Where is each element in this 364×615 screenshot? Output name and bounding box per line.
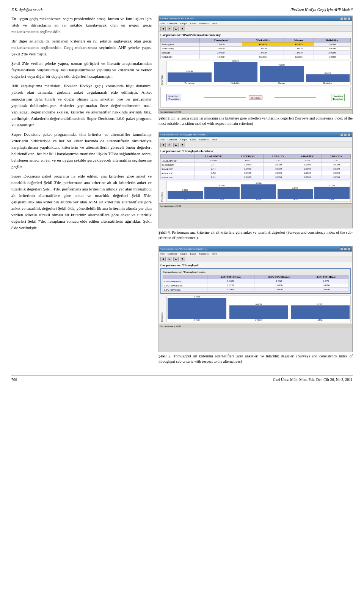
menu-compare-3[interactable]: Compare: [168, 252, 177, 255]
cell-val: 1.0000: [314, 55, 350, 59]
menu-file-3[interactable]: File: [160, 252, 165, 255]
table-row: Throughput 1.0000 0.3333 0.3333 1.0000: [161, 42, 351, 47]
row-label: 4.BAKIEV: [161, 171, 195, 175]
node-right: IPv4/IPv6Tunneling: [331, 94, 345, 101]
col-h-3-1: 1.IPv4/IPv6Trans: [207, 275, 254, 279]
menu-excel[interactable]: Excel: [190, 22, 196, 25]
toolbar-btn-3-4[interactable]: ▼: [180, 257, 185, 261]
table-row: 3.NAKLİV. 2.41 1.0000 1.0000 1.0000 1.00…: [161, 167, 351, 171]
figure-3-caption-bold: Şekil 3.: [158, 116, 170, 120]
bar-chart-1: 0.0630 Throughput 0.3020 Workability: [166, 61, 351, 85]
toolbar-btn-2-2[interactable]: ►: [167, 143, 172, 147]
screenshot-2-statusbar: Inconsistency: 0.01: [159, 203, 352, 208]
menu-graph[interactable]: Graph: [180, 22, 187, 25]
toolbar-btn-3-2[interactable]: ►: [167, 257, 172, 261]
bar-2: [214, 62, 258, 82]
chart-area-2: Priorities 0.1462 1.S.AL 0.120: [160, 181, 351, 202]
screenshot-1-body: Comparisons wrt 'IPv4IPv6translation-tun…: [159, 32, 352, 109]
bar-label-3-1: 1.Trans: [194, 319, 200, 321]
col-h-3-2: 2.IPv4/IPv6Tunnel: [254, 275, 304, 279]
toolbar-btn-1[interactable]: ◄: [160, 27, 166, 31]
toolbar-btn-3[interactable]: ▲: [173, 27, 179, 31]
cell-v: 1.0000: [263, 163, 293, 167]
right-column: Cluster conversion for 'Ger.met.' ... _ …: [158, 16, 353, 370]
menu-statistics-2[interactable]: Statistics: [199, 138, 209, 141]
bar-group-2-3: 0.1886 3.NAK: [241, 182, 276, 201]
minimize-btn-3[interactable]: _: [340, 247, 343, 250]
toolbar-btn-3-3[interactable]: ▲: [173, 257, 179, 261]
toolbar-btn-4[interactable]: ▼: [180, 27, 185, 31]
toolbar-btn-2-3[interactable]: ▲: [173, 143, 179, 147]
cell-v: 1.0000: [232, 163, 263, 167]
node-left: IPv4/IPv6Translation: [166, 94, 181, 101]
bar-2-2: [204, 187, 240, 199]
header-left: E.K. Aydoğan ve ark.: [11, 8, 44, 12]
maximize-btn-3[interactable]: □: [344, 247, 347, 250]
figure-5-caption: Şekil 5. Throughput alt kriterinin alter…: [158, 354, 353, 364]
comparison-label-3: Comparisons wrt 'Throughput': [160, 264, 351, 267]
menu-help-2[interactable]: Help: [212, 138, 217, 141]
row-label: 2.I.BER|QN: [161, 163, 195, 167]
figure-4-caption: Şekil 4. Performans ana kriterine ait al…: [158, 230, 353, 241]
menu-excel-3[interactable]: Excel: [190, 252, 196, 255]
screenshot-1: Cluster conversion for 'Ger.met.' ... _ …: [158, 16, 353, 114]
statusbar-text-3: Inconsistency: 0.00: [160, 325, 181, 328]
bar-group-2-4: 0.1010 4.BAK: [278, 187, 313, 201]
menu-statistics[interactable]: Statistics: [199, 22, 209, 25]
menu-file-2[interactable]: File: [160, 138, 165, 141]
window-buttons: _ □ ×: [340, 17, 351, 20]
footer-journal: Gazi Üniv. Müh. Mim. Fak. Der. Cilt 26, …: [273, 377, 353, 382]
menu-file[interactable]: File: [160, 22, 165, 25]
bar-2-4: [278, 189, 313, 199]
col-h-blank-3: [163, 275, 207, 279]
menu-statistics-3[interactable]: Statistics: [199, 252, 209, 255]
toolbar-btn-2-4[interactable]: ▼: [180, 143, 185, 147]
row-label: 3.NAKLİV.: [161, 167, 195, 171]
cell-3: 1.0000: [304, 288, 348, 292]
page-header: E.K. Aydoğan ve ark. IPv4'den IPv6'ya Ge…: [11, 8, 353, 12]
menu-graph-3[interactable]: Graph: [180, 252, 187, 255]
maximize-btn-2[interactable]: □: [344, 133, 347, 136]
menu-help[interactable]: Help: [212, 22, 217, 25]
cell-val: 1.0000: [284, 47, 314, 51]
cell-v: 1.0000: [263, 167, 293, 171]
menu-excel-2[interactable]: Excel: [190, 138, 196, 141]
menu-compare-2[interactable]: Compare: [168, 138, 177, 141]
cell-3: 1.0000: [207, 279, 254, 283]
cell-val: 1.0000: [199, 42, 242, 47]
statusbar-text: Inconsistency: 0.00: [160, 110, 181, 113]
close-btn-2[interactable]: ×: [348, 133, 351, 136]
cell-3: 1.0000: [254, 288, 304, 292]
paragraph-6: Super Decisions paket programı ile elde …: [11, 173, 152, 231]
menu-compare[interactable]: Compare: [168, 22, 177, 25]
bar-group-3-2: 0.4026 2.Tunnel: [229, 303, 288, 321]
menu-help-3[interactable]: Help: [212, 252, 217, 255]
node-diagram-1: IPv4/IPv6Translation Decisions IPv4/IPv6…: [160, 87, 351, 108]
screenshot-1-title: Cluster conversion for 'Ger.met.' ...: [160, 17, 198, 20]
toolbar-btn-2-1[interactable]: ◄: [160, 143, 166, 147]
cell-val: 0.3333: [242, 55, 284, 59]
minimize-btn[interactable]: _: [340, 17, 343, 20]
paragraph-3: Şekil 2'de verilen şebeke yapısı, uzman …: [11, 60, 152, 80]
cell-v: 0.41: [263, 159, 293, 163]
col-header-reliability: Reliability: [314, 38, 350, 42]
cell-val: 3.0000: [314, 47, 350, 51]
toolbar-btn-3-1[interactable]: ◄: [160, 257, 166, 261]
toolbar-btn-2[interactable]: ►: [167, 27, 172, 31]
bar-label: Throughput: [185, 82, 195, 84]
col-header-blank: [161, 38, 200, 42]
bar-group-2-5: 0.1086 5.BAK: [314, 184, 350, 201]
chart-y-label: Priorities: [160, 61, 163, 85]
close-btn-3[interactable]: ×: [348, 247, 351, 250]
row-label: 5.BAKIEV: [161, 175, 195, 179]
comparison-table-3: 1.IPv4/IPv6Trans 2.IPv4/IPv6Tunnel 3.IPv…: [163, 275, 348, 292]
bar-label: Workability: [231, 82, 240, 84]
minimize-btn-2[interactable]: _: [340, 133, 343, 136]
cell-val: 1.0000: [199, 55, 242, 59]
cell-v: 1.0000: [293, 175, 322, 179]
row-label: Workability: [161, 47, 200, 51]
menu-graph-2[interactable]: Graph: [180, 138, 187, 141]
close-btn[interactable]: ×: [348, 17, 351, 20]
maximize-btn[interactable]: □: [344, 17, 347, 20]
col-h-blank: [161, 154, 195, 159]
